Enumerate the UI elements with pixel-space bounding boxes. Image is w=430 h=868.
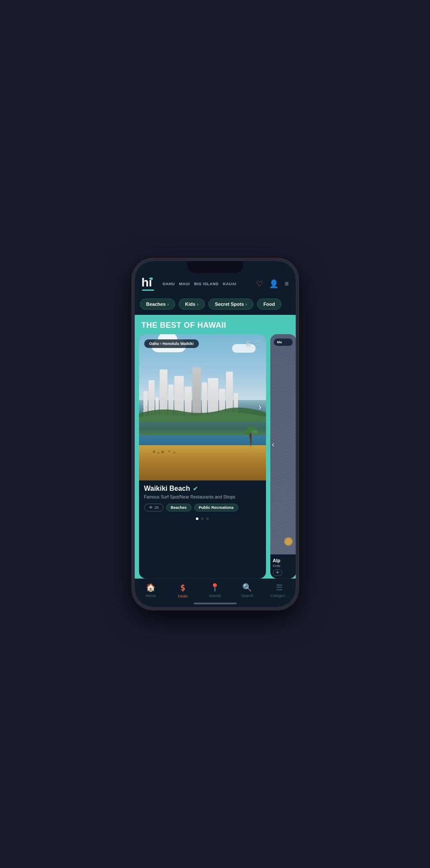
eye-icon: 👁 — [149, 505, 153, 510]
app-logo: hi — [142, 277, 152, 289]
nav-item-categories[interactable]: ☰ Categori... — [263, 583, 296, 598]
location-badge[interactable]: Oahu › Honolulu Waikiki — [144, 339, 199, 348]
category-food[interactable]: Food — [257, 299, 282, 310]
nav-search-label: Search — [241, 594, 254, 598]
nav-item-islands[interactable]: 📍 Islands — [199, 583, 231, 598]
deals-icon: $ — [180, 582, 186, 593]
search-icon: 🔍 — [242, 583, 252, 592]
peek-card: Ma ‹ Alp Orde 👁 — [270, 334, 296, 579]
nav-categories-label: Categori... — [270, 594, 288, 598]
favorite-icon[interactable]: ♡ — [255, 340, 261, 348]
card-dots — [139, 515, 266, 523]
nav-oahu[interactable]: OAHU — [162, 282, 175, 286]
card-info: Waikiki Beach ✔ Famous Surf Spot/Near Re… — [139, 480, 266, 515]
peek-badge: Ma — [274, 339, 293, 346]
peek-eye-icon: 👁 — [276, 571, 279, 575]
phone-screen: hi OAHU MAUI BIG ISLAND KAUAI ♡ 👤 ≡ Beac… — [135, 261, 296, 607]
nav-maui[interactable]: MAUI — [179, 282, 190, 286]
phone-frame: hi OAHU MAUI BIG ISLAND KAUAI ♡ 👤 ≡ Beac… — [131, 258, 299, 610]
nav-item-home[interactable]: 🏠 Home — [135, 583, 167, 598]
prev-arrow[interactable]: ‹ — [143, 402, 146, 413]
nav-home-label: Home — [145, 594, 156, 598]
nav-deals-label: Deals — [178, 594, 188, 598]
button-detail — [284, 537, 293, 546]
card-actions: ⎘ ♡ — [246, 340, 261, 348]
main-card: Oahu › Honolulu Waikiki ⎘ ♡ ‹ › — [139, 334, 266, 579]
peek-info: Alp Orde 👁 — [270, 554, 296, 579]
dot-3 — [206, 517, 209, 520]
nav-islands-label: Islands — [209, 594, 221, 598]
palm-tree — [244, 424, 257, 451]
share-icon[interactable]: ⎘ — [246, 340, 251, 348]
peek-views: 👁 — [273, 569, 282, 576]
dot-2 — [201, 517, 204, 520]
svg-point-2 — [161, 451, 164, 453]
category-beaches[interactable]: Beaches › — [140, 299, 176, 310]
category-kids[interactable]: Kids › — [179, 299, 205, 310]
chevron-right-icon: › — [246, 302, 247, 307]
peek-location: Ma — [270, 339, 296, 346]
nav-kauai[interactable]: KAUAI — [223, 282, 236, 286]
card-description: Famous Surf Spot/Near Restaurants and Sh… — [144, 494, 261, 500]
profile-icon[interactable]: 👤 — [269, 279, 278, 289]
categories-bar: Beaches › Kids › Secret Spots › Food — [135, 295, 296, 315]
views-badge: 👁 29 — [144, 504, 164, 511]
logo-underline — [142, 289, 154, 291]
svg-point-7 — [247, 427, 255, 431]
heart-icon[interactable]: ♡ — [256, 279, 263, 289]
beach-people — [152, 449, 178, 458]
cards-container: Oahu › Honolulu Waikiki ⎘ ♡ ‹ › — [135, 334, 296, 579]
peek-card-image: Ma ‹ — [270, 334, 296, 554]
hills-layer — [139, 405, 266, 422]
category-secret-spots[interactable]: Secret Spots › — [208, 299, 254, 310]
nav-item-deals[interactable]: $ Deals — [167, 582, 199, 598]
chevron-right-icon: › — [167, 302, 169, 307]
dot-1 — [196, 517, 198, 520]
home-indicator — [194, 603, 237, 604]
home-icon: 🏠 — [146, 583, 155, 592]
card-title: Waikiki Beach ✔ — [144, 485, 261, 492]
islands-icon: 📍 — [210, 583, 220, 592]
tag-beaches[interactable]: Beaches — [166, 504, 192, 511]
peek-prev-arrow[interactable]: ‹ — [272, 440, 275, 449]
card-overlay-top: Oahu › Honolulu Waikiki ⎘ ♡ — [139, 334, 266, 353]
section-title: THE BEST OF HAWAII — [135, 315, 296, 334]
next-arrow[interactable]: › — [258, 402, 261, 413]
card-image: Oahu › Honolulu Waikiki ⎘ ♡ ‹ › — [139, 334, 266, 480]
svg-point-3 — [168, 450, 170, 452]
phone-notch — [187, 261, 243, 273]
peek-title: Alp — [273, 558, 294, 563]
nav-big-island[interactable]: BIG ISLAND — [194, 282, 219, 286]
svg-point-1 — [158, 452, 159, 454]
svg-point-4 — [173, 452, 175, 453]
chevron-right-icon: › — [197, 302, 198, 307]
main-content: THE BEST OF HAWAII — [135, 315, 296, 579]
svg-point-0 — [153, 450, 155, 453]
nav-links: OAHU MAUI BIG ISLAND KAUAI — [162, 282, 252, 286]
menu-icon[interactable]: ≡ — [285, 280, 288, 288]
categories-icon: ☰ — [276, 583, 283, 592]
card-tags: 👁 29 Beaches Public Recreationa — [144, 504, 261, 511]
peek-desc: Orde — [273, 564, 294, 568]
header-icons: ♡ 👤 ≡ — [256, 279, 288, 289]
nav-item-search[interactable]: 🔍 Search — [231, 583, 263, 598]
logo-dot — [150, 277, 153, 280]
verified-icon: ✔ — [193, 485, 198, 492]
tag-public-rec[interactable]: Public Recreationa — [194, 504, 238, 511]
